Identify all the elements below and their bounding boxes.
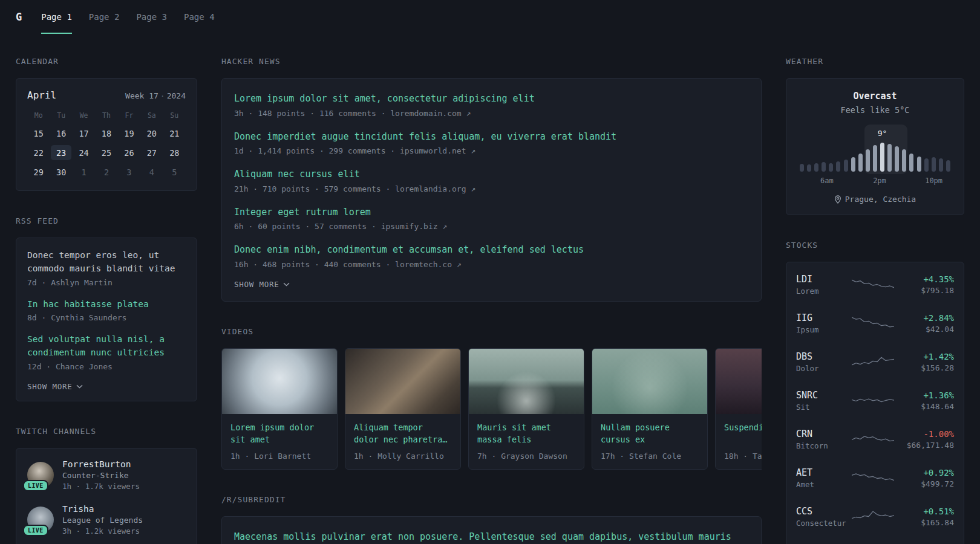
middle-column: HACKER NEWS Lorem ipsum dolor sit amet, …: [221, 57, 762, 544]
calendar-day: 29: [27, 164, 50, 180]
weather-card: Overcast Feels like 5°C 9° 6am 2pm 10pm …: [786, 78, 964, 215]
video-title[interactable]: Aliquam tempor dolor nec pharetra…: [354, 421, 452, 447]
stock-price: $165.84: [894, 518, 954, 527]
video-card[interactable]: Aliquam tempor dolor nec pharetra… 1h · …: [345, 348, 461, 470]
calendar-day-next-month: 4: [140, 164, 163, 180]
stock-price: $66,171.48: [894, 441, 954, 450]
tab-page-2[interactable]: Page 2: [89, 0, 120, 34]
reddit-post-title[interactable]: Maecenas mollis pulvinar erat non posuer…: [234, 530, 749, 544]
hn-item-meta: 3h · 148 points · 116 comments · loremdo…: [234, 109, 749, 118]
stock-symbol: LDI: [796, 274, 852, 285]
stock-row[interactable]: IIG Ipsum +2.84% $42.04: [796, 304, 954, 343]
video-body: Mauris sit amet massa felis 7h · Grayson…: [469, 414, 584, 469]
weather-temp-bar: [822, 162, 826, 172]
stock-row[interactable]: DBS Dolor +1.42% $156.28: [796, 343, 954, 381]
video-thumbnail[interactable]: [592, 349, 707, 414]
stocks-section-title: STOCKS: [786, 241, 964, 250]
weather-temp-bar: [844, 160, 848, 172]
stock-name: Sit: [796, 403, 852, 412]
video-meta: 7h · Grayson Dawson: [477, 452, 575, 461]
video-meta: 18h · Tara: [724, 452, 762, 461]
app-logo[interactable]: G: [16, 0, 22, 34]
hackernews-card: Lorem ipsum dolor sit amet, consectetur …: [221, 78, 762, 302]
twitch-channel-info: ForrestBurton Counter-Strike 1h · 1.7k v…: [62, 459, 140, 491]
video-title[interactable]: Suspendisse diam: [724, 421, 762, 447]
video-card[interactable]: Mauris sit amet massa felis 7h · Grayson…: [468, 348, 584, 470]
weather-temp-bar: [873, 145, 877, 172]
video-thumbnail[interactable]: [716, 349, 762, 414]
video-body: Nullam posuere cursus ex 17h · Stefan Co…: [592, 414, 707, 469]
rss-item-title[interactable]: In hac habitasse platea: [27, 298, 186, 311]
reddit-post: Maecenas mollis pulvinar erat non posuer…: [234, 530, 749, 544]
rss-item-title[interactable]: Donec tempor eros leo, ut commodo mauris…: [27, 249, 186, 276]
stock-symbol: CCS: [796, 506, 852, 517]
stock-row[interactable]: LDI Lorem +4.35% $795.18: [796, 265, 954, 304]
video-card[interactable]: Suspendisse diam 18h · Tara: [715, 348, 762, 470]
weather-temp-bar: [800, 164, 804, 172]
weather-temp-bar: [939, 158, 943, 172]
twitch-avatar-wrap: LIVE: [27, 507, 54, 533]
stock-sparkline: [852, 508, 894, 526]
stock-price: $499.72: [894, 479, 954, 488]
stock-row[interactable]: CCS Consectetur +0.51% $165.84: [796, 497, 954, 536]
stock-row[interactable]: SNRC Sit +1.36% $148.64: [796, 381, 954, 420]
weather-temp-bar: [909, 154, 913, 172]
rss-item-meta: 12d · Chance Jones: [27, 362, 186, 371]
stock-identity: AET Amet: [796, 467, 852, 489]
video-card[interactable]: Lorem ipsum dolor sit amet consectetu… 1…: [221, 348, 338, 470]
stock-change: +0.51%: [894, 507, 954, 516]
calendar-day: 27: [140, 145, 163, 160]
stock-row[interactable]: AHS +0.46%: [796, 536, 954, 544]
twitch-channel-name[interactable]: ForrestBurton: [62, 459, 140, 469]
calendar-year: 2024: [167, 91, 186, 100]
weather-section-title: WEATHER: [786, 57, 964, 66]
video-card[interactable]: Nullam posuere cursus ex 17h · Stefan Co…: [592, 348, 708, 470]
video-thumbnail[interactable]: [469, 349, 584, 414]
stocks-widget: STOCKS LDI Lorem +4.35% $795.18 IIG: [786, 241, 964, 544]
stock-row[interactable]: AET Amet +0.92% $499.72: [796, 459, 954, 497]
video-title[interactable]: Nullam posuere cursus ex: [601, 421, 699, 447]
weather-temp-bar: [932, 157, 936, 172]
calendar-day: 18: [95, 126, 117, 141]
stock-name: Bitcorn: [796, 441, 852, 450]
rss-item: Sed volutpat nulla nisl, a condimentum n…: [27, 333, 186, 371]
video-title[interactable]: Mauris sit amet massa felis: [477, 421, 575, 447]
calendar-grid: Mo Tu We Th Fr Sa Su 15 16 17 18 19 20 2…: [27, 109, 186, 180]
stock-row[interactable]: CRN Bitcorn -1.00% $66,171.48: [796, 420, 954, 459]
twitch-channel[interactable]: LIVE ForrestBurton Counter-Strike 1h · 1…: [27, 459, 186, 491]
rss-show-more-button[interactable]: SHOW MORE: [27, 382, 83, 391]
video-thumbnail[interactable]: [222, 349, 337, 414]
hn-item-title[interactable]: Aliquam nec cursus elit: [234, 167, 749, 181]
top-bar: G Page 1 Page 2 Page 3 Page 4: [0, 0, 980, 34]
hn-item-title[interactable]: Donec enim nibh, condimentum et accumsan…: [234, 243, 749, 257]
twitch-card: LIVE ForrestBurton Counter-Strike 1h · 1…: [16, 448, 197, 544]
tab-page-3[interactable]: Page 3: [136, 0, 167, 34]
calendar-day-next-month: 2: [95, 164, 117, 180]
twitch-channel[interactable]: LIVE Trisha League of Legends 3h · 1.2k …: [27, 504, 186, 536]
calendar-dow: Sa: [140, 109, 163, 121]
hn-item-title[interactable]: Lorem ipsum dolor sit amet, consectetur …: [234, 92, 749, 106]
calendar-day-next-month: 3: [118, 164, 140, 180]
calendar-day: 15: [27, 126, 50, 141]
location-pin-icon: [834, 195, 841, 204]
calendar-day: 16: [50, 126, 72, 141]
calendar-widget: CALENDAR April Week 17·2024 Mo Tu We Th …: [16, 57, 197, 191]
video-title[interactable]: Lorem ipsum dolor sit amet consectetu…: [230, 421, 328, 447]
calendar-day: 26: [118, 145, 140, 160]
stock-symbol: IIG: [796, 312, 852, 323]
stock-name: Amet: [796, 480, 852, 489]
video-thumbnail[interactable]: [345, 349, 460, 414]
hn-show-more-button[interactable]: SHOW MORE: [234, 280, 290, 289]
calendar-month: April: [27, 89, 56, 101]
stock-sparkline: [852, 469, 894, 488]
page-tabs: Page 1 Page 2 Page 3 Page 4: [41, 0, 214, 34]
weather-hour-column: [844, 125, 848, 172]
tab-page-4[interactable]: Page 4: [184, 0, 215, 34]
stock-price: $795.18: [894, 286, 954, 295]
tab-page-1[interactable]: Page 1: [41, 0, 72, 34]
hn-item-title[interactable]: Integer eget rutrum lorem: [234, 206, 749, 219]
calendar-week-year: Week 17·2024: [125, 91, 186, 100]
twitch-channel-name[interactable]: Trisha: [62, 504, 143, 514]
hn-item-title[interactable]: Donec imperdiet augue tincidunt felis al…: [234, 130, 749, 144]
rss-item-title[interactable]: Sed volutpat nulla nisl, a condimentum n…: [27, 333, 186, 360]
